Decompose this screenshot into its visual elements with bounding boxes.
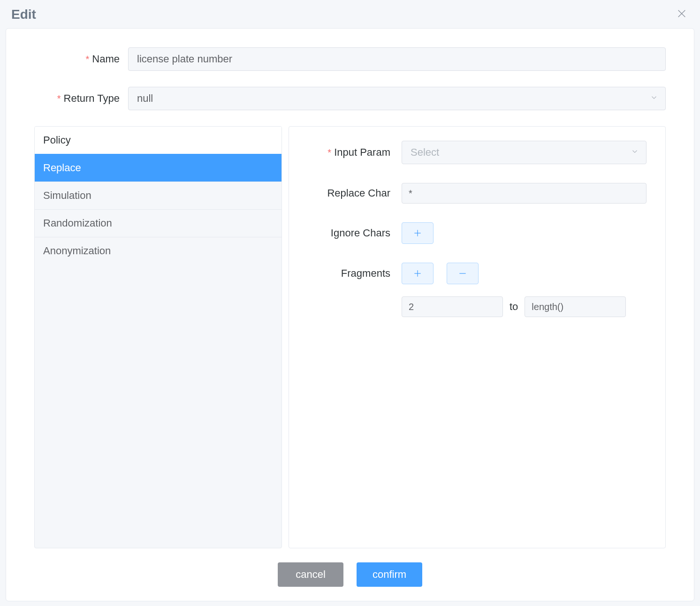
fragments-label: Fragments xyxy=(298,263,402,280)
input-param-select[interactable]: Select xyxy=(402,141,647,164)
name-input[interactable] xyxy=(128,47,666,71)
fragments-remove-button[interactable] xyxy=(447,263,479,284)
sidebar-item-simulation[interactable]: Simulation xyxy=(35,182,282,209)
sidebar-item-randomization[interactable]: Randomization xyxy=(35,209,282,237)
dialog-header: Edit xyxy=(0,0,700,28)
ignore-chars-add-button[interactable] xyxy=(402,222,434,244)
ignore-chars-row: Ignore Chars xyxy=(298,222,647,244)
return-type-label: *Return Type xyxy=(34,92,128,105)
replace-char-row: Replace Char xyxy=(298,183,647,204)
dialog-title: Edit xyxy=(11,7,36,22)
fragment-range: to xyxy=(402,296,647,317)
fragments-control: to xyxy=(402,263,647,317)
close-icon xyxy=(677,8,687,19)
ignore-chars-control xyxy=(402,222,647,244)
fragment-to-input[interactable] xyxy=(525,296,626,317)
fragments-row: Fragments to xyxy=(298,263,647,317)
return-type-row: *Return Type null xyxy=(34,87,666,110)
sidebar-header: Policy xyxy=(35,127,282,154)
return-type-select[interactable]: null xyxy=(128,87,666,110)
input-param-row: *Input Param Select xyxy=(298,141,647,164)
input-param-label: *Input Param xyxy=(298,146,402,159)
fragment-from-input[interactable] xyxy=(402,296,503,317)
replace-char-control xyxy=(402,183,647,204)
input-param-select-wrapper: Select xyxy=(402,141,647,164)
close-button[interactable] xyxy=(675,7,689,23)
confirm-button[interactable]: confirm xyxy=(357,562,422,587)
return-type-select-wrapper: null xyxy=(128,87,666,110)
edit-dialog: Edit *Name *Return Type null xyxy=(0,0,700,606)
name-label: *Name xyxy=(34,53,128,65)
plus-icon xyxy=(413,228,422,238)
policy-sidebar: Policy Replace Simulation Randomization … xyxy=(34,126,282,548)
input-param-control: Select xyxy=(402,141,647,164)
plus-icon xyxy=(413,269,422,278)
replace-char-label: Replace Char xyxy=(298,187,402,199)
required-asterisk: * xyxy=(86,54,90,64)
fragments-add-button[interactable] xyxy=(402,263,434,284)
dialog-body: *Name *Return Type null Policy Replace S xyxy=(6,28,694,601)
ignore-chars-label: Ignore Chars xyxy=(298,227,402,239)
panels: Policy Replace Simulation Randomization … xyxy=(34,126,666,548)
fragment-to-label: to xyxy=(510,301,518,313)
cancel-button[interactable]: cancel xyxy=(278,562,343,587)
replace-char-input[interactable] xyxy=(402,183,647,204)
minus-icon xyxy=(458,269,467,278)
dialog-footer: cancel confirm xyxy=(34,548,666,587)
required-asterisk: * xyxy=(327,147,331,158)
name-row: *Name xyxy=(34,47,666,71)
required-asterisk: * xyxy=(57,93,61,104)
settings-panel: *Input Param Select xyxy=(289,126,666,548)
sidebar-item-replace[interactable]: Replace xyxy=(35,154,282,182)
sidebar-item-anonymization[interactable]: Anonymization xyxy=(35,237,282,265)
